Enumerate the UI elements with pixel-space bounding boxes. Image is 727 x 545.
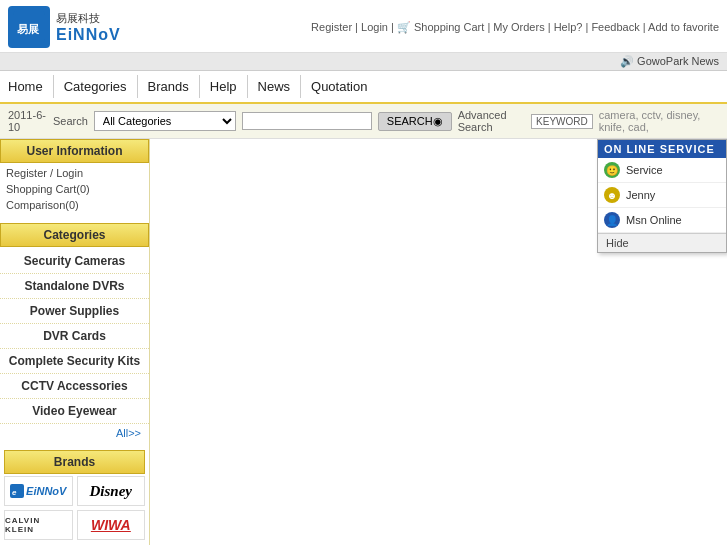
categories-title: Categories: [0, 223, 149, 247]
add-favorite-link[interactable]: Add to favorite: [648, 21, 719, 33]
brand-wiwa[interactable]: WIWA: [77, 510, 146, 540]
service-name-service: Service: [626, 164, 663, 176]
main-layout: User Information Register / Login Shoppi…: [0, 139, 727, 545]
service-icon-jenny: ☻: [604, 187, 620, 203]
login-link[interactable]: Login: [361, 21, 388, 33]
categories-block: Categories Security Cameras Standalone D…: [0, 223, 149, 442]
cat-security-cameras[interactable]: Security Cameras: [0, 249, 149, 274]
brand-calvin-klein[interactable]: Calvin Klein: [4, 510, 73, 540]
service-item-jenny[interactable]: ☻ Jenny: [598, 183, 726, 208]
svg-text:e: e: [12, 488, 17, 497]
help-link[interactable]: Help?: [554, 21, 583, 33]
my-orders-link[interactable]: My Orders: [493, 21, 544, 33]
search-button[interactable]: SEARCH◉: [378, 112, 452, 131]
brands-title: Brands: [4, 450, 145, 474]
service-item-msn[interactable]: 👤 Msn Online: [598, 208, 726, 233]
keyword-hints: camera, cctv, disney, knife, cad,: [599, 109, 719, 133]
search-label: Search: [53, 115, 88, 127]
cat-dvr-cards[interactable]: DVR Cards: [0, 324, 149, 349]
cart-icon: 🛒: [397, 21, 411, 33]
service-name-jenny: Jenny: [626, 189, 655, 201]
nav-news[interactable]: News: [248, 75, 302, 98]
online-service-title: ON LINE SERVICE: [598, 140, 726, 158]
user-info-section: Register / Login Shopping Cart(0) Compar…: [0, 165, 149, 219]
comparison-item[interactable]: Comparison(0): [6, 197, 143, 213]
nav-home[interactable]: Home: [6, 75, 54, 98]
cat-video-eyewear[interactable]: Video Eyewear: [0, 399, 149, 424]
user-info-title: User Information: [0, 139, 149, 163]
online-service-popup: ON LINE SERVICE 🙂 Service ☻ Jenny 👤 Msn …: [597, 139, 727, 253]
service-icon-service: 🙂: [604, 162, 620, 178]
advanced-search[interactable]: Advanced Search: [458, 109, 525, 133]
keyword-label: KEYWORD: [531, 114, 593, 129]
nav-help[interactable]: Help: [200, 75, 248, 98]
cat-complete-security-kits[interactable]: Complete Security Kits: [0, 349, 149, 374]
cat-power-supplies[interactable]: Power Supplies: [0, 299, 149, 324]
top-bar: 易展 易展科技 EiNNoV Register | Login | 🛒 Shop…: [0, 0, 727, 53]
content-area: ON LINE SERVICE 🙂 Service ☻ Jenny 👤 Msn …: [150, 139, 727, 545]
nav-brands[interactable]: Brands: [138, 75, 200, 98]
sidebar: User Information Register / Login Shoppi…: [0, 139, 150, 545]
gowopark-text: 🔊 GowoPark News: [620, 55, 719, 67]
hide-button[interactable]: Hide: [598, 233, 726, 252]
gowopark-bar: 🔊 GowoPark News: [0, 53, 727, 71]
user-info-block: User Information Register / Login Shoppi…: [0, 139, 149, 219]
logo-chinese: 易展科技: [56, 11, 121, 26]
logo-text: 易展科技 EiNNoV: [56, 11, 121, 44]
search-bar: 2011-6-10 Search All Categories Security…: [0, 104, 727, 139]
nav-bar: Home Categories Brands Help News Quotati…: [0, 71, 727, 104]
svg-text:易展: 易展: [17, 23, 40, 35]
search-input[interactable]: [242, 112, 372, 130]
brands-grid: e EiNNoV Disney Calvin Klein WIWA: [4, 476, 145, 540]
shopping-cart-item[interactable]: Shopping Cart(0): [6, 181, 143, 197]
register-link[interactable]: Register: [311, 21, 352, 33]
service-item-service[interactable]: 🙂 Service: [598, 158, 726, 183]
cat-standalone-dvrs[interactable]: Standalone DVRs: [0, 274, 149, 299]
search-date: 2011-6-10: [8, 109, 47, 133]
shopping-cart-link[interactable]: Shopping Cart: [414, 21, 484, 33]
brands-block: Brands e EiNNoV Disney Calvin Klein WIWA: [0, 446, 149, 545]
nav-quotation[interactable]: Quotation: [301, 75, 377, 98]
brand-disney[interactable]: Disney: [77, 476, 146, 506]
cat-cctv-accessories[interactable]: CCTV Accessories: [0, 374, 149, 399]
register-login-item[interactable]: Register / Login: [6, 165, 143, 181]
categories-all[interactable]: All>>: [0, 424, 149, 442]
category-select[interactable]: All Categories Security Cameras Standalo…: [94, 111, 236, 131]
logo-icon: 易展: [8, 6, 50, 48]
nav-categories[interactable]: Categories: [54, 75, 138, 98]
einov-logo-icon: e EiNNoV: [10, 484, 66, 498]
logo-brand: EiNNoV: [56, 26, 121, 44]
service-icon-msn: 👤: [604, 212, 620, 228]
logo-area: 易展 易展科技 EiNNoV: [8, 6, 121, 48]
feedback-link[interactable]: Feedback: [591, 21, 639, 33]
top-links: Register | Login | 🛒 Shopping Cart | My …: [311, 21, 719, 34]
service-name-msn: Msn Online: [626, 214, 682, 226]
brand-einov[interactable]: e EiNNoV: [4, 476, 73, 506]
